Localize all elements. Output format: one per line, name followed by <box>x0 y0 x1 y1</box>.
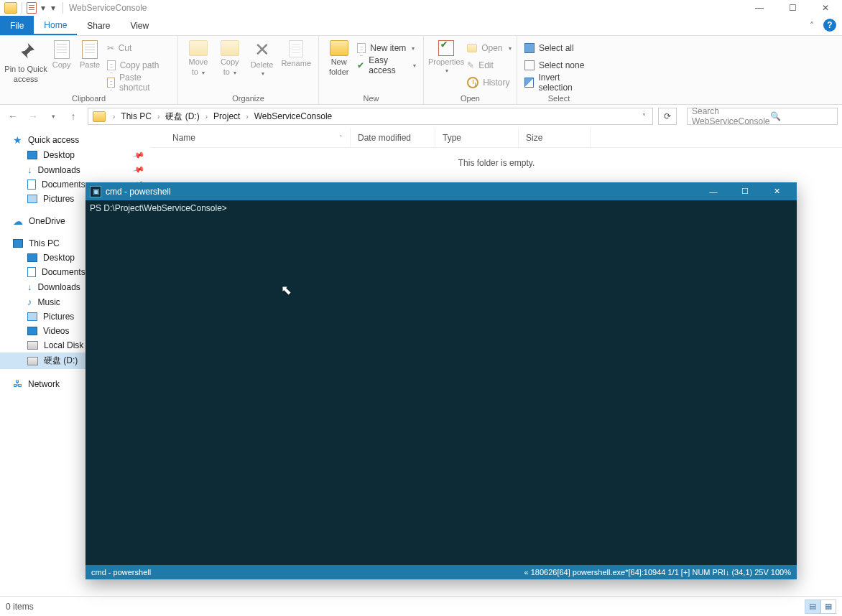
pin-icon: 📌 <box>132 163 146 176</box>
chevron-right-icon[interactable]: › <box>108 113 119 121</box>
search-placeholder: Search WebServiceConsole <box>692 106 770 126</box>
details-view-button[interactable]: ▤ <box>805 599 820 614</box>
new-item-icon <box>357 43 366 53</box>
cut-button[interactable]: ✂Cut <box>104 40 173 56</box>
pin-to-quick-access-button[interactable]: Pin to Quick access <box>4 39 47 83</box>
edit-button[interactable]: ✎Edit <box>464 57 514 73</box>
open-button[interactable]: Open▾ <box>464 40 514 56</box>
tab-file[interactable]: File <box>0 16 34 35</box>
chevron-right-icon[interactable]: › <box>153 113 164 121</box>
sort-ascending-icon: ˄ <box>339 134 343 141</box>
rename-button[interactable]: Rename <box>278 39 314 67</box>
breadcrumb-segment[interactable]: 硬盘 (D:) <box>164 111 200 123</box>
collapse-ribbon-icon[interactable]: ˄ <box>803 16 820 35</box>
back-button[interactable]: ← <box>4 108 22 125</box>
music-icon: ♪ <box>27 297 32 307</box>
up-button[interactable]: ↑ <box>65 108 82 125</box>
folder-icon <box>4 2 17 14</box>
icons-view-button[interactable]: ▦ <box>820 599 836 614</box>
paste-button[interactable]: Paste <box>75 39 103 69</box>
search-icon: 🔍 <box>770 111 833 121</box>
search-input[interactable]: Search WebServiceConsole 🔍 <box>687 108 838 125</box>
address-bar[interactable]: › This PC › 硬盘 (D:) › Project › WebServi… <box>88 108 653 125</box>
open-icon <box>467 44 477 52</box>
copy-path-button[interactable]: Copy path <box>104 57 173 73</box>
scissors-icon: ✂ <box>107 43 114 53</box>
breadcrumb-segment[interactable]: Project <box>212 111 241 121</box>
new-folder-icon <box>330 40 348 56</box>
paste-shortcut-icon <box>107 78 115 88</box>
column-type[interactable]: Type <box>435 128 519 147</box>
properties-button[interactable]: Properties ▾ <box>428 39 464 74</box>
sidebar-quick-access[interactable]: ★Quick access <box>0 132 151 148</box>
delete-button[interactable]: ✕ Delete ▾ <box>246 39 279 77</box>
select-all-icon <box>524 43 535 53</box>
move-to-button[interactable]: Move to ▾ <box>182 39 214 76</box>
column-size[interactable]: Size <box>519 128 591 147</box>
select-all-button[interactable]: Select all <box>522 40 596 56</box>
window-title: WebServiceConsole <box>69 3 147 13</box>
document-icon <box>27 179 36 190</box>
document-icon[interactable] <box>27 2 37 14</box>
column-date[interactable]: Date modified <box>351 128 435 147</box>
copy-to-button[interactable]: Copy to ▾ <box>214 39 246 76</box>
tab-home[interactable]: Home <box>34 16 77 35</box>
title-separator <box>63 2 63 14</box>
console-output[interactable]: PS D:\Project\WebServiceConsole> <box>85 200 797 565</box>
help-button[interactable]: ? <box>823 19 836 32</box>
drive-icon <box>27 357 38 365</box>
breadcrumb-segment[interactable]: This PC <box>119 111 153 121</box>
chevron-right-icon[interactable]: › <box>241 113 252 121</box>
invert-selection-button[interactable]: Invert selection <box>522 75 596 90</box>
qat-menu-icon[interactable]: ▾ <box>50 3 57 13</box>
history-icon <box>467 77 478 88</box>
console-title-bar[interactable]: ▣ cmd - powershell — ☐ ✕ <box>85 182 797 200</box>
chevron-right-icon[interactable]: › <box>201 113 212 121</box>
console-app-icon: ▣ <box>90 186 101 197</box>
easy-access-button[interactable]: ✔Easy access▾ <box>354 57 419 73</box>
sidebar-item-desktop[interactable]: Desktop📌 <box>0 148 151 162</box>
new-item-button[interactable]: New item▾ <box>354 40 419 56</box>
navigation-bar: ← → ▾ ↑ › This PC › 硬盘 (D:) › Project › … <box>0 105 842 128</box>
close-button[interactable]: ✕ <box>809 0 842 16</box>
empty-folder-message: This folder is empty. <box>151 158 842 168</box>
clipboard-group-label: Clipboard <box>0 94 177 104</box>
pin-label-2: access <box>14 75 38 83</box>
new-group-label: New <box>319 94 423 104</box>
easy-access-icon: ✔ <box>357 60 364 70</box>
new-folder-button[interactable]: New folder <box>323 39 354 76</box>
window-controls: — ☐ ✕ <box>743 0 842 16</box>
pin-icon <box>14 40 37 63</box>
copy-to-icon <box>221 40 239 56</box>
console-minimize-button[interactable]: — <box>698 182 729 200</box>
console-maximize-button[interactable]: ☐ <box>729 182 761 200</box>
rename-icon <box>289 40 303 57</box>
address-dropdown-icon[interactable]: ˅ <box>637 113 651 121</box>
desktop-icon <box>27 151 37 159</box>
copy-label: Copy <box>52 60 71 69</box>
sidebar-item-downloads[interactable]: ↓Downloads📌 <box>0 162 151 177</box>
breadcrumb-segment[interactable]: WebServiceConsole <box>253 111 334 121</box>
console-prompt: PS D:\Project\WebServiceConsole> <box>90 203 227 213</box>
column-headers: Name˄ Date modified Type Size <box>151 128 842 148</box>
paste-shortcut-button[interactable]: Paste shortcut <box>104 75 173 90</box>
maximize-button[interactable]: ☐ <box>776 0 809 16</box>
ribbon: Pin to Quick access Copy Paste ✂Cut Copy… <box>0 36 842 105</box>
forward-button[interactable]: → <box>24 108 42 125</box>
move-to-icon <box>189 40 208 56</box>
tab-view[interactable]: View <box>120 16 159 35</box>
refresh-button[interactable]: ⟳ <box>658 108 677 125</box>
console-close-button[interactable]: ✕ <box>761 182 792 200</box>
copy-button[interactable]: Copy <box>47 39 75 69</box>
column-name[interactable]: Name˄ <box>165 128 351 147</box>
chevron-down-icon[interactable]: ▾ <box>40 3 47 13</box>
delete-icon: ✕ <box>254 40 270 59</box>
select-none-button[interactable]: Select none <box>522 57 596 73</box>
video-icon <box>27 327 37 335</box>
paste-label: Paste <box>80 60 100 69</box>
tab-share[interactable]: Share <box>77 16 120 35</box>
minimize-button[interactable]: — <box>743 0 776 16</box>
organize-group-label: Organize <box>178 94 318 104</box>
history-button[interactable]: History <box>464 75 514 90</box>
recent-locations-button[interactable]: ▾ <box>45 108 62 125</box>
